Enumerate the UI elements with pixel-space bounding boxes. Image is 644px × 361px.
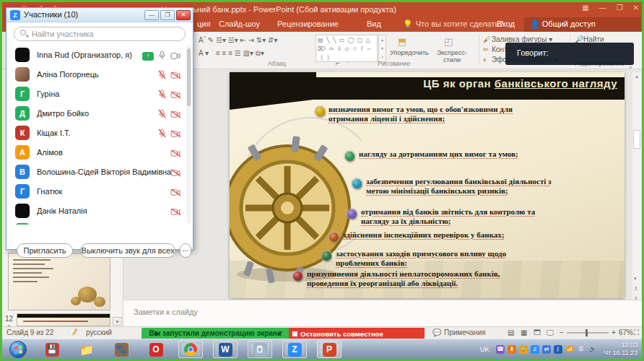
comments-button[interactable]: Примечания bbox=[444, 329, 486, 336]
camera-off-icon[interactable] bbox=[170, 108, 181, 121]
more-options-button[interactable]: ... bbox=[180, 243, 191, 258]
scroll-down-icon[interactable]: ▾ bbox=[634, 276, 637, 282]
panel-maximize-icon[interactable]: ❐ bbox=[160, 10, 175, 20]
panel-close-icon[interactable]: ✕ bbox=[176, 10, 191, 20]
tray-utorrent-icon[interactable]: ⬇ bbox=[508, 345, 516, 354]
restore-icon[interactable]: ❐ bbox=[617, 4, 623, 12]
language-tray[interactable]: UK bbox=[480, 346, 489, 353]
participant-row[interactable]: Аліна Погорнець bbox=[6, 65, 186, 84]
previous-slide-icon[interactable]: ⊼ bbox=[634, 286, 638, 292]
taskbar-app-zoom[interactable]: Z bbox=[282, 341, 307, 358]
participant-row[interactable]: ДДмитро Бойко bbox=[6, 104, 186, 123]
zoom-in-icon[interactable]: + bbox=[612, 329, 616, 336]
ribbon-tab-Слайд-шоу[interactable]: Слайд-шоу bbox=[219, 19, 260, 28]
participant-row[interactable]: ВВолошина-Сідей Вікторія Вадимівна bbox=[6, 162, 186, 182]
participant-row[interactable]: ГГуріна bbox=[6, 84, 186, 104]
taskbar-app-opera[interactable]: O bbox=[144, 341, 168, 358]
participant-row[interactable]: ААлімов bbox=[6, 143, 186, 162]
panel-minimize-icon[interactable]: — bbox=[144, 10, 159, 20]
slide-canvas[interactable]: ЦБ як орган банківського нагляду bbox=[230, 72, 625, 298]
close-icon[interactable]: ✕ bbox=[633, 4, 639, 12]
tray-teamviewer-icon[interactable]: ⇄ bbox=[542, 345, 551, 354]
camera-off-icon[interactable] bbox=[170, 128, 181, 141]
fit-to-window-icon[interactable]: ⛶ bbox=[634, 329, 639, 337]
tray-volume-icon[interactable]: 🔊 bbox=[588, 345, 597, 354]
slide-scrollbar[interactable]: ▴ ▾ ⊼ ⊻ bbox=[632, 72, 641, 310]
alignment-icons[interactable]: ≡ ≡ ≡ ☰ ▥▾ ⧉▾ bbox=[216, 49, 264, 58]
search-participant-input[interactable]: Найти участника bbox=[14, 27, 186, 41]
font-color-icon[interactable]: A ▾ bbox=[199, 49, 209, 57]
taskbar-app-explorer[interactable]: 📁 bbox=[74, 341, 99, 358]
taskbar-app-chrome[interactable] bbox=[178, 341, 203, 358]
stop-icon bbox=[292, 331, 297, 336]
participant-row[interactable]: ККіщак І.Т. bbox=[6, 123, 186, 143]
mic-muted-icon[interactable] bbox=[158, 128, 166, 141]
thumbnails-scroll-down-icon[interactable]: ▾ bbox=[113, 317, 122, 326]
notes-pane[interactable]: Заметки к слайду bbox=[123, 300, 642, 326]
zoom-out-icon[interactable]: − bbox=[560, 329, 564, 336]
tray-network-icon[interactable]: 📶 bbox=[565, 345, 574, 354]
font-group-partial-icons[interactable]: Aˇ ✎ bbox=[199, 36, 214, 44]
camera-off-icon[interactable] bbox=[170, 147, 181, 160]
mic-muted-icon[interactable] bbox=[158, 108, 166, 121]
tray-bluetooth-icon[interactable]: ᛒ bbox=[554, 345, 562, 354]
share-button[interactable]: 👤 Общий доступ bbox=[524, 17, 641, 32]
quick-styles-icon: ◰ bbox=[444, 36, 453, 47]
view-normal-icon[interactable]: ▤ bbox=[508, 329, 514, 336]
spellcheck-icon[interactable]: 📝 bbox=[69, 329, 77, 336]
participant-row[interactable]: ГГнатюк bbox=[6, 182, 186, 201]
invite-button[interactable]: Пригласить bbox=[17, 243, 73, 258]
bullets-numbering-icons[interactable]: ☰▾ ☱▾ ⇤ ⇥ ⇅▾ ⇵▾ bbox=[216, 36, 277, 44]
mic-muted-icon[interactable] bbox=[158, 89, 166, 102]
taskbar-app-powerpoint[interactable]: P bbox=[317, 341, 341, 358]
camera-off-icon[interactable] bbox=[170, 167, 181, 180]
view-reading-icon[interactable]: 🗔 bbox=[534, 329, 541, 336]
participants-scrollbar[interactable] bbox=[186, 45, 191, 223]
camera-off-icon[interactable] bbox=[170, 206, 181, 219]
tray-clock[interactable]: 12:03 Чт 16.11.23 bbox=[604, 342, 638, 357]
taskbar-app-notes-app[interactable]: 🗒 bbox=[248, 341, 272, 358]
camera-off-icon[interactable] bbox=[170, 69, 181, 82]
slide-bullet-text: отримання від банків звітність для контр… bbox=[361, 207, 560, 227]
arrange-button[interactable]: Упорядочить bbox=[388, 49, 431, 56]
mic-on-icon[interactable] bbox=[158, 50, 166, 63]
tray-viber-icon[interactable]: ☎ bbox=[496, 345, 505, 354]
mic-muted-icon[interactable] bbox=[158, 69, 166, 82]
slide-thumbnail-11[interactable] bbox=[8, 253, 110, 310]
taskbar-app-gimp[interactable]: 🐾 bbox=[109, 341, 134, 358]
participant-row[interactable]: К bbox=[6, 221, 186, 225]
zoom-slider-knob[interactable] bbox=[586, 329, 588, 336]
mute-all-button[interactable]: Выключить звук для всех bbox=[80, 243, 175, 258]
ribbon-tab-Рецензирование[interactable]: Рецензирование bbox=[277, 19, 339, 28]
view-sorter-icon[interactable]: ▦ bbox=[521, 329, 527, 336]
zoom-slider[interactable] bbox=[567, 332, 609, 334]
view-slideshow-icon[interactable]: 🖵 bbox=[547, 329, 554, 337]
taskbar-app-file-manager[interactable]: 💾 bbox=[40, 341, 64, 358]
camera-on-icon[interactable] bbox=[170, 50, 181, 63]
slide-thumbnail-12[interactable] bbox=[17, 313, 110, 326]
tray-zoom-tray-icon[interactable]: Z bbox=[531, 345, 539, 354]
participant-row[interactable]: Данік Наталія bbox=[6, 201, 186, 221]
start-button[interactable] bbox=[9, 341, 27, 358]
scrollbar-thumb[interactable] bbox=[633, 130, 640, 149]
zoom-percent[interactable]: 67% bbox=[619, 329, 633, 336]
participants-panel-titlebar[interactable]: Z Участники (10) — ❐ ✕ bbox=[6, 8, 193, 22]
tray-key-lock-icon[interactable]: 🔒 bbox=[519, 345, 528, 354]
ribbon-tab-Вид[interactable]: Вид bbox=[367, 19, 381, 28]
taskbar-app-word[interactable]: W bbox=[213, 341, 238, 358]
language-indicator[interactable]: русский bbox=[86, 329, 112, 336]
participant-row[interactable]: Inna Rud (Организатор, я)↑ bbox=[6, 45, 186, 65]
ribbon-tab-ция[interactable]: ция bbox=[197, 19, 210, 28]
minimize-icon[interactable]: — bbox=[599, 4, 606, 12]
ribbon-options-icon[interactable]: ▦ bbox=[582, 4, 588, 12]
comments-icon[interactable]: 💬 bbox=[432, 329, 441, 336]
camera-off-icon[interactable] bbox=[170, 89, 181, 102]
quick-styles-button[interactable]: Экспресс-стили bbox=[430, 49, 474, 64]
shape-gallery[interactable]: ▤ ╲ ╲ ▭ ◯ ▢ △ ⌦ ⇨ ⇩ ▱ ☆ ⌇ ～ ｛ ｝ bbox=[316, 35, 378, 62]
tray-calendar-icon[interactable]: 🗓 bbox=[577, 345, 586, 354]
shape-gallery-scroll[interactable]: ▴▾▿ bbox=[378, 35, 386, 62]
scroll-up-icon[interactable]: ▴ bbox=[632, 72, 641, 79]
tell-me-tab[interactable]: 💡Что вы хотите сделать? bbox=[403, 19, 503, 29]
sign-in-button[interactable]: Вход bbox=[497, 19, 515, 28]
camera-off-icon[interactable] bbox=[170, 186, 181, 199]
